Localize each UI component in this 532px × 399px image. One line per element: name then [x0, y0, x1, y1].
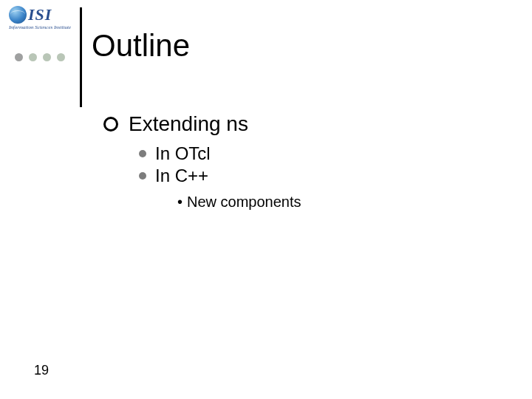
outline-item-level2: In OTcl — [139, 143, 301, 164]
dot-bullet-icon — [139, 172, 146, 180]
outline-item-level2: In C++ — [139, 166, 301, 186]
logo-letters: ISI — [28, 7, 52, 23]
ring-bullet-icon — [103, 117, 118, 132]
dot-icon — [15, 53, 23, 61]
outline-item-level3: •New components — [177, 194, 301, 211]
slide-title: Outline — [92, 28, 190, 64]
outline-text: New components — [187, 194, 301, 210]
outline-text: In C++ — [155, 166, 208, 186]
title-divider — [80, 7, 82, 107]
dot-icon — [43, 53, 51, 61]
page-number: 19 — [34, 363, 49, 378]
decorative-dots — [15, 53, 65, 61]
dot-icon — [29, 53, 37, 61]
outline-text: In OTcl — [155, 143, 211, 164]
outline-text: Extending ns — [129, 112, 248, 136]
org-logo: ISI Information Sciences Institute — [9, 6, 62, 30]
slide-body: Extending ns In OTcl In C++ •New compone… — [103, 112, 301, 211]
bullet-icon: • — [177, 194, 183, 210]
dot-icon — [57, 53, 65, 61]
globe-icon — [9, 6, 27, 24]
logo-mark: ISI — [9, 6, 62, 24]
outline-item-level1: Extending ns — [103, 112, 301, 136]
dot-bullet-icon — [139, 150, 146, 157]
logo-subtitle: Information Sciences Institute — [9, 25, 62, 30]
